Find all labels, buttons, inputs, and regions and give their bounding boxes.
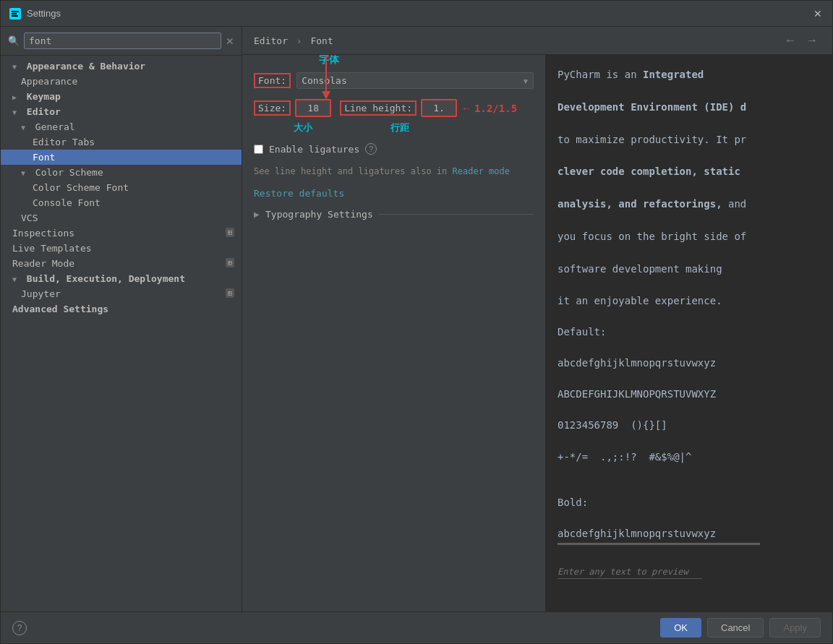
sidebar-item-label: Editor Tabs	[33, 137, 95, 147]
sidebar-item-label: Editor	[27, 106, 61, 117]
sidebar-item-color-scheme-font[interactable]: Color Scheme Font	[1, 180, 242, 195]
title-bar: Settings ✕	[1, 1, 832, 27]
font-label: Font:	[254, 73, 291, 88]
preview-text-input[interactable]	[558, 565, 702, 579]
preview-symbols: +-*/= .,;:!? #&$%@|^	[558, 449, 821, 465]
sidebar-item-label: Appearance & Behavior	[27, 61, 145, 72]
sidebar-item-label: Keymap	[27, 91, 61, 102]
preview-uppercase: ABCDEFGHIJKLMNOPQRSTUVWXYZ	[558, 386, 821, 402]
preview-bold-lowercase: abcdefghijklmnopqrstuvwxyz	[558, 525, 821, 541]
restore-defaults-link[interactable]: Restore defaults	[254, 188, 534, 199]
preview-default-label: Default:	[558, 324, 821, 340]
enter-preview-container	[558, 559, 821, 580]
panel-body: 字体 Font: Consolas JetBrains Mono Fira Co…	[242, 55, 832, 611]
sidebar-item-label: Appearance	[21, 76, 77, 87]
close-button[interactable]: ✕	[812, 8, 824, 20]
size-line-height-row: Size: Line height: ←	[254, 99, 534, 117]
line-height-input[interactable]	[421, 99, 457, 117]
sidebar-item-label: Color Scheme Font	[33, 182, 129, 193]
sidebar-item-reader-mode[interactable]: Reader Mode ⊞	[1, 256, 242, 271]
size-group: Size:	[254, 99, 331, 117]
search-clear-icon[interactable]: ✕	[226, 35, 234, 47]
typography-expand-icon[interactable]: ▶	[254, 210, 260, 218]
size-label: Size:	[254, 100, 291, 116]
sidebar-item-keymap[interactable]: ▶ Keymap	[1, 89, 242, 104]
main-content: 🔍 ✕ ▼ Appearance & Behavior Appearance ▶…	[1, 27, 832, 611]
ligatures-checkbox[interactable]	[254, 145, 263, 154]
bottom-left: ?	[12, 621, 27, 635]
chevron-down-icon: ▼	[12, 108, 21, 116]
sidebar-item-live-templates[interactable]: Live Templates	[1, 241, 242, 256]
line-height-group: Line height: ← 1.2/1.5	[340, 99, 517, 117]
nav-forward-button[interactable]: →	[803, 33, 821, 48]
chevron-down-icon: ▼	[21, 169, 30, 177]
nav-back-button[interactable]: ←	[782, 33, 799, 48]
preview-bold-section: Bold: abcdefghijklmnopqrstuvwxyz	[558, 479, 821, 545]
preview-description: PyCharm is an Integrated Development Env…	[558, 66, 821, 309]
preview-numbers: 0123456789 (){}[]	[558, 417, 821, 433]
apply-button[interactable]: Apply	[769, 618, 821, 637]
preview-description-text: PyCharm is an Integrated Development Env…	[558, 66, 821, 309]
jupyter-badge: ⊞	[226, 288, 234, 298]
sidebar-item-build-execution[interactable]: ▼ Build, Execution, Deployment	[1, 271, 242, 286]
sidebar-item-editor[interactable]: ▼ Editor	[1, 104, 242, 119]
hangju-annotation: 行距	[390, 121, 409, 134]
chevron-down-icon: ▼	[12, 275, 21, 283]
font-select-wrapper: Consolas JetBrains Mono Fira Code Courie…	[296, 72, 534, 89]
sidebar-item-label: Console Font	[33, 197, 101, 208]
preview-lowercase: abcdefghijklmnopqrstuvwxyz	[558, 355, 821, 371]
ok-button[interactable]: OK	[660, 618, 701, 637]
ligatures-row: Enable ligatures ?	[254, 143, 534, 155]
typography-section: ▶ Typography Settings	[254, 209, 534, 220]
settings-form: 字体 Font: Consolas JetBrains Mono Fira Co…	[242, 55, 546, 611]
sidebar-tree: ▼ Appearance & Behavior Appearance ▶ Key…	[1, 56, 242, 611]
sidebar-item-advanced-settings[interactable]: Advanced Settings	[1, 301, 242, 317]
sidebar-item-label: Jupyter	[21, 288, 61, 299]
size-input[interactable]	[295, 99, 331, 117]
hint-text: See line height and ligatures also in Re…	[254, 165, 534, 178]
cancel-button[interactable]: Cancel	[707, 618, 764, 637]
breadcrumb-editor: Editor	[254, 35, 288, 46]
sidebar-item-font[interactable]: Font	[1, 150, 242, 165]
svg-rect-3	[12, 15, 18, 17]
reader-mode-link[interactable]: Reader mode	[453, 166, 510, 176]
line-height-label: Line height:	[340, 100, 416, 116]
sidebar-item-label: Reader Mode	[12, 258, 74, 269]
app-icon	[9, 8, 21, 20]
sidebar-item-color-scheme[interactable]: ▼ Color Scheme	[1, 165, 242, 180]
chevron-down-icon: ▼	[21, 124, 30, 132]
sidebar-item-vcs[interactable]: VCS	[1, 210, 242, 226]
font-row: Font: Consolas JetBrains Mono Fira Code …	[254, 72, 534, 89]
preview-default-section: Default: abcdefghijklmnopqrstuvwxyz ABCD…	[558, 324, 821, 465]
help-button[interactable]: ?	[12, 621, 27, 635]
sidebar-item-appearance[interactable]: Appearance	[1, 74, 242, 89]
search-box: 🔍 ✕	[1, 27, 242, 56]
inspections-badge: ⊞	[226, 228, 234, 237]
panel-header: Editor › Font ← →	[242, 27, 832, 55]
breadcrumb-font: Font	[310, 35, 333, 46]
typography-divider	[379, 214, 534, 215]
sidebar-item-editor-tabs[interactable]: Editor Tabs	[1, 134, 242, 150]
sidebar-item-general[interactable]: ▼ General	[1, 119, 242, 134]
bold-underline	[558, 543, 760, 545]
sidebar-item-label: Font	[33, 152, 55, 163]
svg-rect-2	[12, 13, 17, 14]
nav-arrows: ← →	[782, 33, 821, 48]
sidebar-item-label: Advanced Settings	[12, 304, 108, 314]
sidebar: 🔍 ✕ ▼ Appearance & Behavior Appearance ▶…	[1, 27, 242, 611]
sidebar-item-console-font[interactable]: Console Font	[1, 195, 242, 210]
sidebar-item-inspections[interactable]: Inspections ⊞	[1, 226, 242, 241]
ligatures-help-icon[interactable]: ?	[365, 143, 377, 155]
sidebar-item-label: General	[35, 121, 75, 132]
sidebar-item-label: Color Scheme	[35, 167, 103, 178]
sidebar-item-label: VCS	[21, 212, 38, 223]
svg-rect-1	[12, 11, 19, 12]
font-select[interactable]: Consolas JetBrains Mono Fira Code Courie…	[296, 72, 534, 89]
sidebar-item-label: Inspections	[12, 228, 74, 239]
bottom-right: OK Cancel Apply	[660, 618, 821, 637]
search-input[interactable]	[24, 33, 221, 49]
sidebar-item-appearance-behavior[interactable]: ▼ Appearance & Behavior	[1, 59, 242, 74]
bottom-bar: ? OK Cancel Apply	[1, 611, 832, 643]
ligatures-label: Enable ligatures	[269, 144, 359, 155]
sidebar-item-jupyter[interactable]: Jupyter ⊞	[1, 286, 242, 301]
